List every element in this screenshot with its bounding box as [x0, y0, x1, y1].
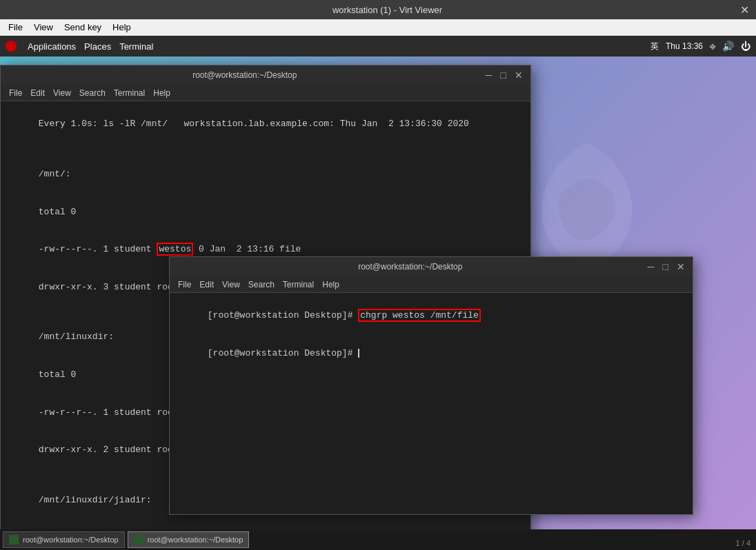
- taskbar-label-2: root@workstation:~/Desktop: [148, 536, 243, 544]
- taskbar-label-1: root@workstation:~/Desktop: [23, 536, 119, 544]
- virt-menu-view[interactable]: View: [28, 22, 59, 32]
- t1-menu-edit[interactable]: Edit: [26, 88, 49, 98]
- taskbar-icon-2: [134, 535, 143, 544]
- t2-menu-help[interactable]: Help: [318, 280, 344, 289]
- taskbar: root@workstation:~/Desktop root@workstat…: [0, 529, 756, 550]
- network-icon: ⎆: [710, 41, 715, 52]
- virt-title: workstation (1) - Virt Viewer: [34, 5, 740, 15]
- terminal-1-minimize[interactable]: ─: [484, 70, 495, 81]
- t1-menu-terminal[interactable]: Terminal: [110, 88, 149, 98]
- terminal-2-controls: ─ □ ✕: [646, 261, 687, 272]
- t2-prompt1: [root@workstation Desktop]#: [208, 310, 358, 320]
- t1-menu-view[interactable]: View: [49, 88, 75, 98]
- t1-line5a: -rw-r--r--. 1 student: [39, 244, 157, 254]
- t2-menu-terminal[interactable]: Terminal: [279, 280, 318, 289]
- t2-menu-edit[interactable]: Edit: [195, 280, 218, 289]
- t2-prompt2: [root@workstation Desktop]#: [208, 348, 358, 358]
- t2-menu-file[interactable]: File: [174, 280, 195, 289]
- virt-menu-help[interactable]: Help: [107, 22, 137, 32]
- gnome-applications[interactable]: Applications: [28, 41, 76, 52]
- t2-command-highlighted: chgrp westos /mnt/file: [358, 309, 481, 322]
- terminal-2-title: root@workstation:~/Desktop: [175, 262, 646, 272]
- volume-icon: 🔊: [722, 41, 734, 52]
- t1-highlighted-westos: westos: [157, 243, 193, 256]
- close-button[interactable]: ✕: [740, 3, 749, 17]
- t1-menu-help[interactable]: Help: [149, 88, 175, 98]
- terminal-1-title: root@workstation:~/Desktop: [6, 70, 484, 80]
- t1-total: total 0: [39, 207, 77, 217]
- terminal-1-titlebar: root@workstation:~/Desktop ─ □ ✕: [1, 65, 530, 85]
- terminal-2-minimize[interactable]: ─: [646, 261, 657, 272]
- terminal-window-2: root@workstation:~/Desktop ─ □ ✕ File Ed…: [169, 256, 693, 515]
- taskbar-icon-1: [9, 535, 19, 544]
- virt-title-bar: workstation (1) - Virt Viewer ✕: [0, 0, 756, 19]
- power-icon: ⏻: [741, 41, 750, 52]
- t2-menu-search[interactable]: Search: [244, 280, 279, 289]
- terminal-2-menubar: File Edit View Search Terminal Help: [170, 276, 693, 293]
- gnome-apps-area: Applications Places Terminal: [6, 41, 153, 52]
- taskbar-item-1[interactable]: root@workstation:~/Desktop: [3, 531, 125, 548]
- gnome-terminal[interactable]: Terminal: [119, 41, 153, 52]
- terminal-2-maximize[interactable]: □: [661, 261, 670, 272]
- t1-line5b: 0 Jan 2 13:16 file: [193, 244, 301, 254]
- datetime: Thu 13:36: [666, 41, 703, 51]
- terminal-1-menubar: File Edit View Search Terminal Help: [1, 85, 530, 101]
- t2-cursor: [358, 349, 359, 358]
- gnome-places[interactable]: Places: [84, 41, 111, 52]
- terminal-1-controls: ─ □ ✕: [484, 70, 525, 81]
- gnome-top-bar: Applications Places Terminal 英 Thu 13:36…: [0, 36, 756, 57]
- taskbar-item-2[interactable]: root@workstation:~/Desktop: [128, 531, 250, 548]
- terminal-1-maximize[interactable]: □: [499, 70, 508, 81]
- page-indicator: 1 / 4: [736, 539, 750, 547]
- t1-menu-search[interactable]: Search: [75, 88, 110, 98]
- t1-mnt-header: /mnt/:: [39, 169, 71, 179]
- virt-menu-sendkey[interactable]: Send key: [59, 22, 107, 32]
- terminal-2-empty-area: [170, 376, 693, 514]
- terminal-1-close[interactable]: ✕: [513, 70, 525, 81]
- virt-menu-bar: File View Send key Help: [0, 19, 756, 36]
- t1-jiadir-header: /mnt/linuxdir/jiadir:: [39, 495, 152, 505]
- t2-menu-view[interactable]: View: [218, 280, 244, 289]
- virt-menu-file[interactable]: File: [3, 22, 28, 32]
- t1-menu-file[interactable]: File: [5, 88, 26, 98]
- language-indicator[interactable]: 英: [650, 41, 659, 52]
- t1-line1: Every 1.0s: ls -lR /mnt/ workstation.lab…: [39, 119, 469, 129]
- fedora-icon: [6, 41, 17, 52]
- desktop-area: root@workstation:~/Desktop ─ □ ✕ File Ed…: [0, 57, 756, 550]
- t1-linuxdir-total: total 0: [39, 369, 77, 380]
- gnome-right-area: 英 Thu 13:36 ⎆ 🔊 ⏻: [650, 41, 750, 52]
- terminal-2-titlebar: root@workstation:~/Desktop ─ □ ✕: [170, 257, 693, 276]
- terminal-2-close[interactable]: ✕: [675, 261, 687, 272]
- t1-linuxdir-header: /mnt/linuxdir:: [39, 332, 114, 342]
- terminal-2-content: [root@workstation Desktop]# chgrp westos…: [170, 293, 693, 376]
